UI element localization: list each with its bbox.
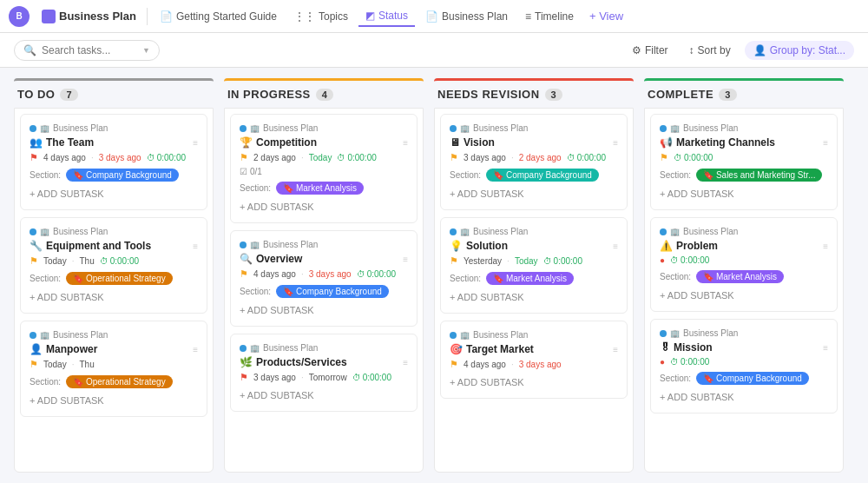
card-meta-row: ⚑4 days ago · 3 days ago⏱0:00:00 [240,268,408,280]
card-date2: Today [309,153,332,162]
column-body-revision: 🏢Business Plan🖥Vision≡⚑3 days ago · 2 da… [434,108,634,473]
add-subtask-button[interactable]: + ADD SUBTASK [450,375,618,389]
section-tag[interactable]: 🔖 Operational Strategy [66,375,173,388]
date-sep: · [301,373,304,382]
tab-status[interactable]: ◩ Status [358,6,415,27]
date-sep: · [72,360,75,369]
search-input[interactable] [42,44,137,56]
task-card[interactable]: 🏢Business Plan🌿Products/Services≡⚑3 days… [230,334,418,412]
task-card[interactable]: 🏢Business Plan🎖Mission≡●⏱0:00:00Section:… [650,319,838,414]
group-button[interactable]: 👤 Group by: Stat... [745,41,854,60]
filter-button[interactable]: ⚙ Filter [625,41,675,60]
section-tag[interactable]: 🔖 Company Background [276,285,389,298]
section-tag[interactable]: 🔖 Market Analysis [486,272,574,285]
task-card[interactable]: 🏢Business Plan🏆Competition≡⚑2 days ago ·… [230,114,418,223]
card-meta-row: ●⏱0:00:00 [660,357,828,367]
task-card[interactable]: 🏢Business Plan🔍Overview≡⚑4 days ago · 3 … [230,230,418,327]
add-subtask-button[interactable]: + ADD SUBTASK [30,187,198,201]
add-subtask-button[interactable]: + ADD SUBTASK [30,290,198,304]
tab-business-plan[interactable]: 📄 Business Plan [418,7,515,26]
time-value: 0:00:00 [363,373,391,382]
time-icon: ⏱ [147,153,155,162]
card-meta-row: ⚑4 days ago · 3 days ago [450,359,618,370]
flag-icon: ⚑ [30,255,38,267]
task-card[interactable]: 🏢Business Plan🖥Vision≡⚑3 days ago · 2 da… [440,114,628,210]
flag-icon: ⚑ [450,255,458,267]
card-date2: 2 days ago [519,153,562,162]
section-tag[interactable]: 🔖 Market Analysis [696,270,784,283]
column-todo: TO DO7🏢Business Plan👥The Team≡⚑4 days ag… [14,78,214,473]
card-title: Target Market [466,343,534,355]
card-title: Solution [466,240,508,252]
card-meta-row: ⚑3 days ago · 2 days ago⏱0:00:00 [450,152,618,163]
search-box[interactable]: 🔍 ▼ [14,40,160,61]
time-value: 0:00:00 [577,153,606,162]
business-plan-icon: 📄 [425,10,438,23]
tab-add-view[interactable]: + View [584,6,628,26]
time-value: 0:00:00 [554,256,582,266]
project-name: Business Plan [53,330,108,340]
section-tag[interactable]: 🔖 Company Background [66,169,179,182]
card-project-row: 🏢Business Plan [660,328,828,338]
card-date1: Yesterday [464,256,502,266]
card-date2: 3 days ago [519,360,562,369]
tab-topics[interactable]: ⋮⋮ Topics [287,7,355,26]
card-title-row: 🖥Vision≡ [450,136,618,149]
tab-getting-started[interactable]: 📄 Getting Started Guide [153,7,284,26]
task-card[interactable]: 🏢Business Plan🔧Equipment and Tools≡⚑Toda… [20,217,207,314]
section-tag[interactable]: 🔖 Market Analysis [276,182,364,195]
section-tag[interactable]: 🔖 Sales and Marketing Str... [696,169,822,182]
add-subtask-button[interactable]: + ADD SUBTASK [240,388,408,402]
group-icon: 👤 [753,44,766,56]
add-subtask-button[interactable]: + ADD SUBTASK [240,200,408,214]
flag-icon: ⚑ [30,152,38,163]
section-label: Section: [30,377,61,387]
date-sep: · [301,153,304,162]
add-subtask-button[interactable]: + ADD SUBTASK [660,187,828,201]
add-subtask-button[interactable]: + ADD SUBTASK [450,187,618,201]
time-icon: ⏱ [352,373,361,382]
card-date2: Today [515,256,538,266]
project-dot [240,345,247,352]
card-title-row: 🔧Equipment and Tools≡ [30,240,198,252]
tab-timeline[interactable]: ≡ Timeline [518,7,581,26]
section-tag[interactable]: 🔖 Company Background [486,169,599,182]
task-card[interactable]: 🏢Business Plan👤Manpower≡⚑Today · ThuSect… [20,321,207,417]
project-dot [30,125,36,132]
column-revision: NEEDS REVISION3🏢Business Plan🖥Vision≡⚑3 … [434,78,634,473]
card-title-icon: 🖥 [450,136,460,149]
add-subtask-button[interactable]: + ADD SUBTASK [30,394,198,407]
column-complete: COMPLETE3🏢Business Plan📢Marketing Channe… [644,78,844,473]
time-icon: ⏱ [100,256,108,266]
task-card[interactable]: 🏢Business Plan⚠️Problem≡●⏱0:00:00Section… [650,217,838,312]
card-title-row: 🏆Competition≡ [240,136,408,149]
column-title-todo: TO DO [17,88,55,101]
task-card[interactable]: 🏢Business Plan💡Solution≡⚑Yesterday · Tod… [440,217,628,314]
flag-icon: ⚑ [660,152,668,163]
nav-divider-1 [147,8,148,25]
card-title-icon: 👥 [30,136,43,149]
task-card[interactable]: 🏢Business Plan👥The Team≡⚑4 days ago · 3 … [20,114,207,210]
task-card[interactable]: 🏢Business Plan🎯Target Market≡⚑4 days ago… [440,321,628,399]
add-subtask-button[interactable]: + ADD SUBTASK [450,290,618,304]
brand-name: Business Plan [59,10,136,23]
checkbox-icon: ☑ [240,167,247,176]
sort-button[interactable]: ↕ Sort by [682,41,738,60]
add-subtask-button[interactable]: + ADD SUBTASK [660,390,828,404]
card-project-row: 🏢Business Plan [450,330,618,340]
card-section-row: Section:🔖 Operational Strategy [30,375,198,388]
task-card[interactable]: 🏢Business Plan📢Marketing Channels≡⚑⏱0:00… [650,114,838,210]
section-tag[interactable]: 🔖 Company Background [696,372,809,385]
add-subtask-button[interactable]: + ADD SUBTASK [240,303,408,317]
card-date1: 3 days ago [253,373,296,382]
card-title-icon: 👤 [30,343,43,355]
card-date2: 3 days ago [309,269,352,279]
section-tag[interactable]: 🔖 Operational Strategy [66,272,173,285]
project-icon: 🏢 [40,331,49,340]
project-name: Business Plan [53,123,108,133]
card-date1: Today [43,360,67,369]
card-title-row: 📢Marketing Channels≡ [660,136,828,149]
add-subtask-button[interactable]: + ADD SUBTASK [660,288,828,302]
section-label: Section: [240,183,271,193]
project-dot [450,332,457,339]
